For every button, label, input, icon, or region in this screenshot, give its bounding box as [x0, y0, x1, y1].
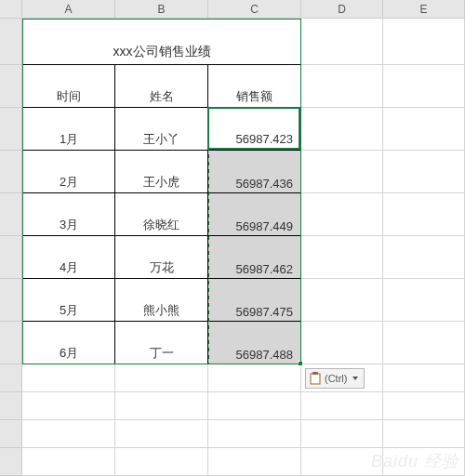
row-header[interactable]	[0, 19, 22, 65]
title-cell[interactable]: xxx公司销售业绩	[22, 19, 301, 65]
cell[interactable]	[383, 193, 465, 236]
cell-name[interactable]: 熊小熊	[115, 279, 208, 322]
row-header[interactable]	[0, 392, 22, 420]
cell[interactable]	[301, 108, 383, 151]
col-header-A[interactable]: A	[22, 0, 115, 19]
cell[interactable]	[301, 19, 383, 65]
cell[interactable]	[208, 392, 301, 420]
header-name[interactable]: 姓名	[115, 65, 208, 108]
paste-options-label: (Ctrl)	[325, 373, 347, 384]
cell-name[interactable]: 丁一	[115, 322, 208, 364]
cell[interactable]	[115, 392, 208, 420]
cell-sales[interactable]: 56987.475	[208, 279, 301, 322]
cell[interactable]	[301, 151, 383, 193]
cell[interactable]	[301, 420, 383, 448]
cell-sales[interactable]	[208, 108, 301, 151]
cell-name[interactable]: 王小虎	[115, 151, 208, 193]
cell[interactable]	[22, 448, 115, 476]
cell[interactable]	[383, 420, 465, 448]
cell[interactable]	[301, 65, 383, 108]
cell[interactable]	[22, 364, 115, 392]
cell-sales[interactable]: 56987.488	[208, 322, 301, 364]
cell-time[interactable]: 6月	[22, 322, 115, 364]
cell-time[interactable]: 2月	[22, 151, 115, 193]
fill-handle[interactable]	[298, 361, 303, 366]
cell[interactable]	[301, 193, 383, 236]
col-header-C[interactable]: C	[208, 0, 301, 19]
cell-name[interactable]: 徐晓红	[115, 193, 208, 236]
select-all-corner[interactable]	[0, 0, 22, 19]
cell[interactable]	[383, 279, 465, 322]
column-header-row: A B C D E	[0, 0, 465, 19]
cell[interactable]	[115, 420, 208, 448]
row-header[interactable]	[0, 65, 22, 108]
col-header-B[interactable]: B	[115, 0, 208, 19]
cell-sales[interactable]: 56987.462	[208, 236, 301, 279]
cell[interactable]	[301, 236, 383, 279]
cell[interactable]	[301, 322, 383, 364]
header-time[interactable]: 时间	[22, 65, 115, 108]
cell[interactable]	[383, 108, 465, 151]
cell[interactable]	[208, 420, 301, 448]
cell-name[interactable]: 王小丫	[115, 108, 208, 151]
row-header[interactable]	[0, 420, 22, 448]
cell-sales[interactable]: 56987.449	[208, 193, 301, 236]
cell[interactable]	[383, 322, 465, 364]
cell-name[interactable]: 万花	[115, 236, 208, 279]
row-header[interactable]	[0, 448, 22, 476]
cell[interactable]	[115, 364, 208, 392]
cell-time[interactable]: 1月	[22, 108, 115, 151]
cell[interactable]	[301, 392, 383, 420]
cell[interactable]	[383, 392, 465, 420]
cell[interactable]	[22, 420, 115, 448]
row-header[interactable]	[0, 108, 22, 151]
row-header[interactable]	[0, 322, 22, 364]
cell-time[interactable]: 4月	[22, 236, 115, 279]
cell[interactable]	[383, 151, 465, 193]
svg-rect-1	[312, 372, 318, 375]
row-header[interactable]	[0, 279, 22, 322]
cell-time[interactable]: 3月	[22, 193, 115, 236]
chevron-down-icon	[352, 377, 358, 380]
cell[interactable]	[383, 19, 465, 65]
row-header[interactable]	[0, 193, 22, 236]
svg-rect-0	[311, 374, 320, 384]
cell[interactable]	[383, 236, 465, 279]
header-sales[interactable]: 销售额	[208, 65, 301, 108]
clipboard-icon	[310, 372, 321, 385]
row-header[interactable]	[0, 364, 22, 392]
cell-sales[interactable]: 56987.436	[208, 151, 301, 193]
row-header[interactable]	[0, 151, 22, 193]
cell[interactable]	[22, 392, 115, 420]
cell[interactable]	[208, 364, 301, 392]
cell[interactable]	[301, 448, 383, 476]
cell[interactable]	[383, 448, 465, 476]
cell[interactable]	[383, 65, 465, 108]
cell[interactable]	[383, 364, 465, 392]
spreadsheet-grid[interactable]: A B C D E xxx公司销售业绩 时间 姓名 销售额 1月 王小丫 2月 …	[0, 0, 465, 476]
paste-options-button[interactable]: (Ctrl)	[305, 368, 365, 389]
col-header-E[interactable]: E	[383, 0, 465, 19]
cell-time[interactable]: 5月	[22, 279, 115, 322]
cell[interactable]	[301, 279, 383, 322]
cell[interactable]	[208, 448, 301, 476]
col-header-D[interactable]: D	[301, 0, 383, 19]
row-header[interactable]	[0, 236, 22, 279]
cell[interactable]	[115, 448, 208, 476]
